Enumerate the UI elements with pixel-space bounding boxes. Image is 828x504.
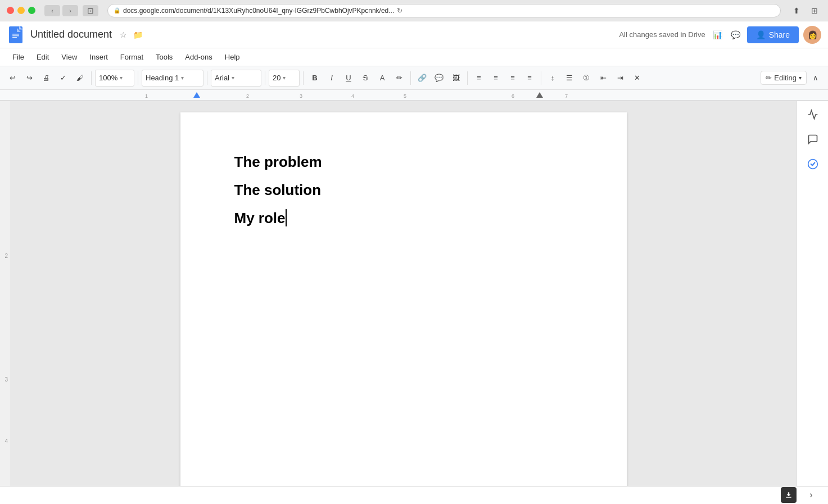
margin-num-2: 2: [4, 253, 8, 259]
menu-help[interactable]: Help: [219, 51, 246, 63]
svg-text:6: 6: [512, 93, 514, 99]
align-justify-button[interactable]: ≡: [522, 70, 537, 87]
editing-mode-selector[interactable]: ✏ Editing ▾: [761, 71, 807, 85]
separator-4: [265, 71, 265, 85]
doc-header: Untitled document ☆ 📁 All changes saved …: [0, 21, 828, 48]
saved-status: All changes saved in Drive: [619, 30, 705, 39]
menu-file[interactable]: File: [7, 51, 30, 63]
separator-2: [138, 71, 138, 85]
more-icon[interactable]: ⊞: [808, 4, 821, 17]
link-button[interactable]: 🔗: [414, 70, 430, 87]
print-button[interactable]: 🖨: [38, 70, 54, 87]
grammarly-icon[interactable]: [804, 155, 822, 173]
svg-rect-0: [11, 28, 21, 42]
chevron-down-icon: ▾: [799, 75, 802, 81]
insert-image-button[interactable]: 🖼: [448, 70, 464, 87]
docs-logo: [7, 26, 25, 44]
insights-icon[interactable]: [804, 106, 822, 124]
doc-title-icons: ☆ 📁: [117, 29, 143, 40]
menu-format[interactable]: Format: [115, 51, 149, 63]
insert-comment-button[interactable]: 💬: [431, 70, 447, 87]
menu-bar: File Edit View Insert Format Tools Add-o…: [0, 48, 828, 66]
expand-panel-button[interactable]: ›: [803, 487, 819, 503]
menu-insert[interactable]: Insert: [84, 51, 114, 63]
docs-logo-icon: [9, 26, 22, 43]
text-cursor: [286, 209, 287, 226]
indent-decrease-button[interactable]: ⇤: [595, 70, 611, 87]
toolbar-expand-button[interactable]: ∧: [808, 70, 824, 87]
pencil-icon: ✏: [766, 74, 772, 82]
maximize-button[interactable]: [28, 7, 35, 14]
font-size-select[interactable]: 20 ▾: [269, 70, 300, 87]
paint-format-button[interactable]: 🖌: [72, 70, 88, 87]
separator-3: [207, 71, 207, 85]
sidebar-toggle-button[interactable]: ⊡: [83, 5, 98, 16]
redo-button[interactable]: ↪: [21, 70, 37, 87]
highlight-button[interactable]: ✏: [391, 70, 407, 87]
undo-button[interactable]: ↩: [4, 70, 20, 87]
bottom-bar: ›: [0, 486, 828, 504]
bold-button[interactable]: B: [307, 70, 323, 87]
align-left-button[interactable]: ≡: [471, 70, 487, 87]
main-area: 2 3 4 5 The problem The solution My role: [0, 101, 828, 486]
line-spacing-button[interactable]: ↕: [545, 70, 560, 87]
url-text: docs.google.com/document/d/1K13XuRyhc0no…: [123, 7, 394, 15]
avatar[interactable]: 👩: [803, 26, 821, 44]
star-icon[interactable]: ☆: [117, 29, 129, 40]
lock-icon: 🔒: [114, 7, 120, 13]
svg-rect-2: [12, 35, 19, 37]
svg-text:7: 7: [565, 93, 568, 99]
nav-buttons: ‹ ›: [44, 5, 78, 16]
titlebar-right: ⬆ ⊞: [790, 4, 821, 17]
comments-icon[interactable]: 💬: [729, 28, 743, 42]
forward-button[interactable]: ›: [62, 5, 78, 16]
history-icon[interactable]: 📊: [711, 28, 725, 42]
underline-button[interactable]: U: [341, 70, 356, 87]
svg-text:3: 3: [300, 93, 302, 99]
document-page[interactable]: The problem The solution My role: [180, 112, 627, 486]
clear-format-button[interactable]: ✕: [629, 70, 645, 87]
menu-addons[interactable]: Add-ons: [179, 51, 218, 63]
align-center-button[interactable]: ≡: [488, 70, 504, 87]
menu-tools[interactable]: Tools: [150, 51, 178, 63]
chat-sidebar-icon[interactable]: [804, 130, 822, 148]
minimize-button[interactable]: [17, 7, 25, 14]
doc-header-actions: 📊 💬 👤 Share 👩: [711, 26, 821, 44]
heading-my-role[interactable]: My role: [234, 209, 573, 228]
separator-5: [303, 71, 304, 85]
heading-select[interactable]: Heading 1 ▾: [142, 70, 203, 87]
separator-1: [91, 71, 92, 85]
separator-6: [410, 71, 411, 85]
reload-button[interactable]: ↻: [394, 5, 405, 16]
numbered-list-button[interactable]: ①: [578, 70, 594, 87]
folder-icon[interactable]: 📁: [132, 29, 143, 40]
text-color-button[interactable]: A: [374, 70, 390, 87]
share-button[interactable]: 👤 Share: [747, 26, 799, 43]
list-button[interactable]: ☰: [562, 70, 577, 87]
download-assistant-button[interactable]: [781, 487, 797, 503]
document-scroll-area[interactable]: The problem The solution My role: [10, 101, 797, 486]
address-bar[interactable]: 🔒 docs.google.com/document/d/1K13XuRyhc0…: [107, 4, 781, 17]
close-button[interactable]: [7, 7, 14, 14]
svg-rect-3: [12, 37, 17, 38]
menu-edit[interactable]: Edit: [31, 51, 55, 63]
menu-view[interactable]: View: [56, 51, 83, 63]
left-margin: 2 3 4 5: [0, 101, 10, 486]
document-title[interactable]: Untitled document: [30, 29, 112, 40]
svg-text:2: 2: [246, 93, 249, 99]
spellcheck-button[interactable]: ✓: [55, 70, 71, 87]
svg-text:5: 5: [404, 93, 406, 99]
share-icon-person: 👤: [756, 30, 766, 39]
align-right-button[interactable]: ≡: [505, 70, 521, 87]
indent-increase-button[interactable]: ⇥: [612, 70, 628, 87]
back-button[interactable]: ‹: [44, 5, 60, 16]
font-select[interactable]: Arial ▾: [211, 70, 261, 87]
right-sidebar: [797, 101, 828, 486]
strikethrough-button[interactable]: S: [358, 70, 373, 87]
italic-button[interactable]: I: [324, 70, 340, 87]
svg-rect-1: [12, 34, 19, 35]
heading-the-solution[interactable]: The solution: [234, 181, 573, 200]
heading-the-problem[interactable]: The problem: [234, 153, 573, 172]
zoom-select[interactable]: 100% ▾: [95, 70, 134, 87]
share-icon[interactable]: ⬆: [790, 4, 803, 17]
